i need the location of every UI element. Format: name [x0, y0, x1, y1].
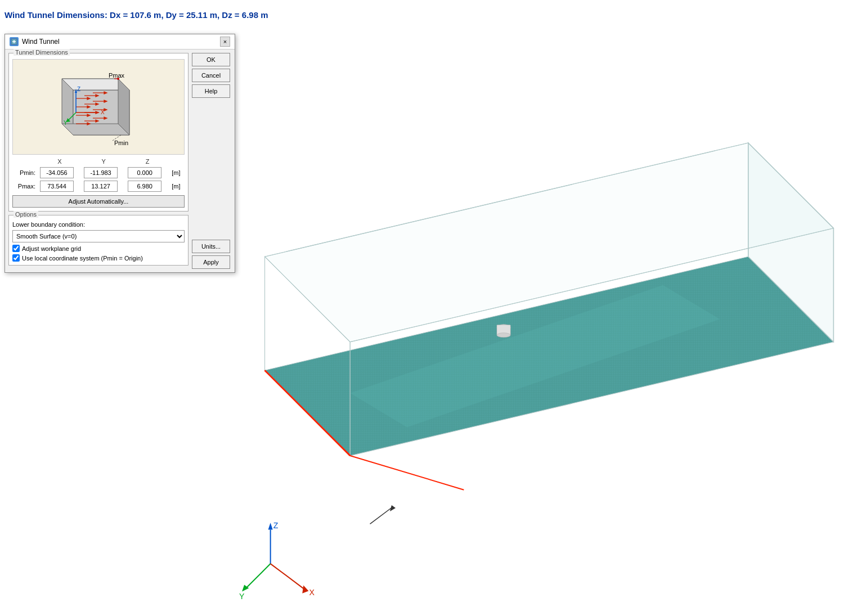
pmin-x-input[interactable] — [40, 167, 74, 178]
tunnel-dimensions-group: Tunnel Dimensions — [8, 53, 188, 212]
pmax-x-input[interactable] — [40, 181, 74, 192]
svg-line-51 — [370, 507, 393, 524]
svg-text:Y: Y — [64, 120, 68, 126]
wind-tunnel-dialog: Wind Tunnel × Tunnel Dimensions — [5, 34, 235, 273]
units-button[interactable]: Units... — [192, 240, 230, 253]
bottom-right-buttons: Units... Apply — [192, 234, 231, 269]
page-title: Wind Tunnel Dimensions: Dx = 107.6 m, Dy… — [5, 10, 268, 20]
tunnel-dimensions-label: Tunnel Dimensions — [14, 49, 70, 56]
col-header-y: Y — [82, 157, 125, 166]
svg-text:X: X — [101, 109, 105, 115]
dialog-right-buttons: OK Cancel Help Units... Apply — [192, 53, 231, 269]
adjust-workplane-checkbox[interactable] — [12, 245, 20, 252]
cancel-button[interactable]: Cancel — [192, 69, 230, 82]
viewport: Z Y X — [236, 34, 862, 616]
adjust-automatically-button[interactable]: Adjust Automatically... — [12, 195, 185, 208]
tunnel-diagram: Z Y X Pmax — [12, 59, 185, 155]
red-axis-line-2 — [350, 456, 464, 490]
y-axis-arrow — [245, 564, 270, 589]
lower-boundary-label: Lower boundary condition: — [12, 221, 185, 228]
z-axis-label: Z — [273, 521, 279, 530]
viewport-svg: Z Y X — [236, 34, 862, 616]
pmin-z-input[interactable] — [128, 167, 161, 178]
help-button[interactable]: Help — [192, 84, 230, 98]
pmax-unit: [m] — [169, 179, 185, 193]
x-axis-head — [302, 585, 308, 593]
pmax-z-input[interactable] — [128, 181, 161, 192]
object-bottom — [497, 333, 510, 338]
pmax-label: Pmax: — [12, 179, 38, 193]
pmin-label: Pmin: — [12, 166, 38, 179]
svg-text:Z: Z — [77, 86, 80, 92]
local-coordinate-checkbox[interactable] — [12, 254, 20, 262]
dialog-titlebar: Wind Tunnel × — [5, 34, 235, 50]
adjust-workplane-label: Adjust workplane grid — [22, 245, 81, 252]
col-header-z: Z — [125, 157, 169, 166]
z-axis-head — [268, 523, 273, 529]
options-label: Options — [14, 211, 38, 218]
pmin-y-input[interactable] — [84, 167, 118, 178]
x-axis-label: X — [309, 588, 315, 597]
ok-button[interactable]: OK — [192, 53, 230, 66]
local-coordinate-row: Use local coordinate system (Pmin = Orig… — [12, 254, 185, 262]
options-group: Options Lower boundary condition: Smooth… — [8, 215, 188, 266]
dialog-title: Wind Tunnel — [22, 38, 60, 46]
y-axis-label: Y — [239, 592, 245, 601]
svg-text:Pmin: Pmin — [114, 140, 128, 146]
local-coordinate-label: Use local coordinate system (Pmin = Orig… — [22, 255, 143, 262]
lower-boundary-select[interactable]: Smooth Surface (v=0) — [12, 230, 185, 242]
svg-point-44 — [117, 78, 119, 80]
dialog-icon — [10, 37, 19, 46]
close-button[interactable]: × — [220, 37, 230, 47]
coord-table: X Y Z Pmin: — [12, 157, 185, 193]
x-axis-arrow — [271, 564, 305, 589]
svg-marker-8 — [62, 124, 129, 135]
col-header-x: X — [38, 157, 82, 166]
svg-text:Pmax: Pmax — [109, 72, 125, 79]
pmax-y-input[interactable] — [84, 181, 118, 192]
apply-button[interactable]: Apply — [192, 255, 230, 269]
z-direction-indicator — [370, 505, 396, 524]
pmin-unit: [m] — [169, 166, 185, 179]
adjust-workplane-row: Adjust workplane grid — [12, 245, 185, 252]
